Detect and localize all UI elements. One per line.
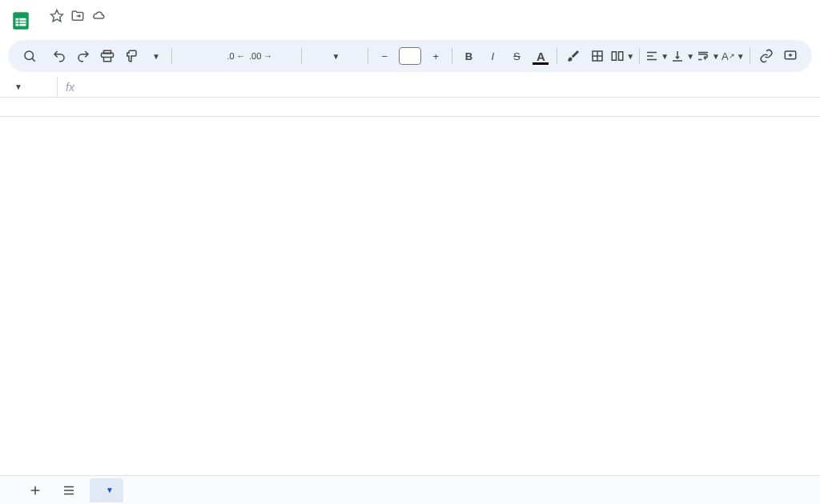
font-size-increase[interactable]: + (424, 45, 447, 67)
insert-comment-button[interactable] (779, 45, 802, 67)
font-selector[interactable]: ▼ (307, 45, 363, 67)
increase-decimal-button[interactable]: .00 → (249, 45, 272, 67)
borders-button[interactable] (586, 45, 609, 67)
all-sheets-button[interactable] (56, 479, 82, 502)
font-size-decrease[interactable]: − (373, 45, 396, 67)
toolbar: ▼ .0 ← .00 → ▼ − + B I S A ▼ ▼ ▼ ▼ A↗▼ (8, 40, 812, 72)
text-rotation-button[interactable]: A↗▼ (722, 45, 745, 67)
chevron-down-icon: ▼ (14, 82, 22, 91)
strikethrough-button[interactable]: S (505, 45, 528, 67)
name-box[interactable]: ▼ (0, 77, 58, 97)
menu-insert[interactable] (77, 29, 88, 34)
bold-button[interactable]: B (457, 45, 480, 67)
font-size-input[interactable] (399, 47, 421, 65)
fill-color-button[interactable] (562, 45, 585, 67)
sheet-tab-bar: ▼ (0, 475, 820, 504)
decrease-decimal-button[interactable]: .0 ← (225, 45, 247, 67)
star-icon[interactable] (50, 9, 64, 26)
currency-button[interactable] (177, 45, 199, 67)
vertical-align-button[interactable]: ▼ (670, 45, 694, 67)
print-button[interactable] (96, 45, 119, 67)
formula-bar-row: ▼ fx (0, 77, 820, 98)
menu-bar (38, 29, 152, 34)
menu-file[interactable] (38, 29, 50, 34)
svg-rect-9 (104, 58, 111, 62)
insert-link-button[interactable] (755, 45, 778, 67)
chevron-down-icon: ▼ (106, 486, 114, 494)
add-sheet-button[interactable] (22, 479, 48, 502)
header-area (0, 0, 820, 35)
search-icon (22, 49, 37, 63)
horizontal-align-button[interactable]: ▼ (645, 45, 669, 67)
menu-edit[interactable] (51, 29, 62, 34)
text-color-button[interactable]: A (529, 45, 552, 67)
svg-rect-13 (613, 52, 617, 61)
zoom-selector[interactable]: ▼ (144, 45, 167, 67)
menu-extensions[interactable] (128, 29, 139, 34)
italic-button[interactable]: I (481, 45, 504, 67)
percent-button[interactable] (201, 45, 223, 67)
text-wrap-button[interactable]: ▼ (696, 45, 720, 67)
paint-format-button[interactable] (120, 45, 143, 67)
formula-input[interactable] (82, 77, 820, 97)
menu-format[interactable] (90, 29, 101, 34)
svg-rect-14 (619, 52, 623, 61)
document-title[interactable] (38, 16, 45, 18)
redo-button[interactable] (72, 45, 94, 67)
move-icon[interactable] (70, 9, 85, 26)
menu-data[interactable] (102, 29, 114, 34)
cloud-status-icon[interactable] (91, 9, 106, 26)
undo-button[interactable] (48, 45, 70, 67)
merge-cells-button[interactable]: ▼ (610, 45, 634, 67)
menu-tools[interactable] (115, 29, 127, 34)
menu-view[interactable] (64, 29, 75, 34)
menu-help[interactable] (141, 29, 152, 34)
svg-point-7 (25, 51, 34, 60)
toolbar-search[interactable] (16, 45, 46, 67)
sheet-tab-active[interactable]: ▼ (90, 478, 123, 502)
spreadsheet-grid[interactable] (0, 98, 820, 483)
fx-icon: fx (58, 81, 82, 94)
svg-marker-6 (51, 10, 63, 21)
number-format-button[interactable] (274, 45, 296, 67)
sheets-logo[interactable] (10, 6, 32, 35)
